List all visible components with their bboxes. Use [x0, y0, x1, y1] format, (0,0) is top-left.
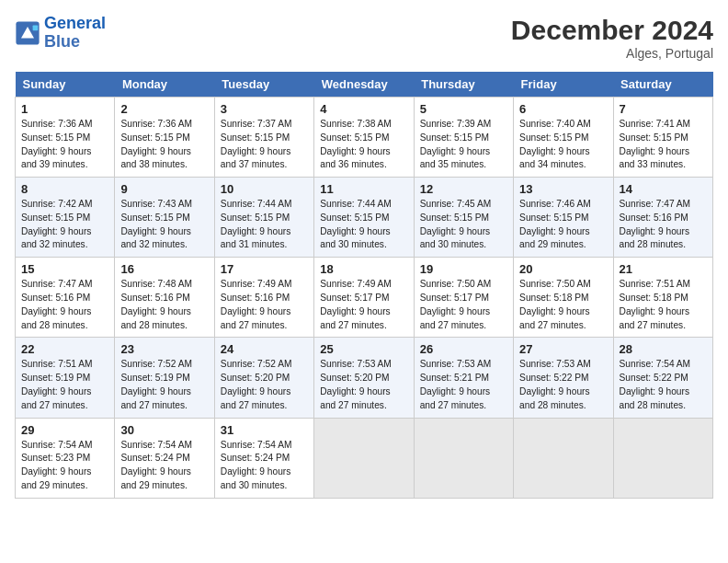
calendar-cell: 28Sunrise: 7:54 AM Sunset: 5:22 PM Dayli… — [613, 338, 712, 418]
day-info: Sunrise: 7:51 AM Sunset: 5:18 PM Dayligh… — [620, 278, 707, 332]
title-block: December 2024 Alges, Portugal — [511, 15, 713, 61]
calendar-cell: 11Sunrise: 7:44 AM Sunset: 5:15 PM Dayli… — [314, 178, 414, 258]
calendar-cell: 19Sunrise: 7:50 AM Sunset: 5:17 PM Dayli… — [414, 258, 513, 338]
day-number: 6 — [519, 102, 607, 116]
day-info: Sunrise: 7:49 AM Sunset: 5:16 PM Dayligh… — [221, 278, 308, 332]
calendar-cell: 31Sunrise: 7:54 AM Sunset: 5:24 PM Dayli… — [214, 418, 313, 498]
day-info: Sunrise: 7:46 AM Sunset: 5:15 PM Dayligh… — [519, 198, 607, 252]
calendar-cell: 21Sunrise: 7:51 AM Sunset: 5:18 PM Dayli… — [613, 258, 712, 338]
day-info: Sunrise: 7:39 AM Sunset: 5:15 PM Dayligh… — [420, 118, 507, 172]
day-number: 31 — [221, 423, 308, 437]
day-info: Sunrise: 7:54 AM Sunset: 5:23 PM Dayligh… — [21, 439, 108, 493]
calendar-cell: 2Sunrise: 7:36 AM Sunset: 5:15 PM Daylig… — [115, 98, 214, 178]
calendar-cell: 27Sunrise: 7:53 AM Sunset: 5:22 PM Dayli… — [514, 338, 613, 418]
calendar-cell: 12Sunrise: 7:45 AM Sunset: 5:15 PM Dayli… — [414, 178, 513, 258]
day-info: Sunrise: 7:38 AM Sunset: 5:15 PM Dayligh… — [320, 118, 407, 172]
calendar-cell: 18Sunrise: 7:49 AM Sunset: 5:17 PM Dayli… — [314, 258, 414, 338]
day-number: 11 — [320, 182, 407, 196]
day-number: 22 — [21, 342, 108, 356]
day-number: 14 — [620, 182, 707, 196]
day-info: Sunrise: 7:47 AM Sunset: 5:16 PM Dayligh… — [21, 278, 108, 332]
day-number: 4 — [320, 102, 407, 116]
day-number: 1 — [21, 102, 108, 116]
day-info: Sunrise: 7:40 AM Sunset: 5:15 PM Dayligh… — [519, 118, 607, 172]
day-number: 7 — [620, 102, 707, 116]
calendar-cell: 3Sunrise: 7:37 AM Sunset: 5:15 PM Daylig… — [214, 98, 313, 178]
calendar-cell: 15Sunrise: 7:47 AM Sunset: 5:16 PM Dayli… — [16, 258, 115, 338]
day-number: 13 — [519, 182, 607, 196]
day-info: Sunrise: 7:41 AM Sunset: 5:15 PM Dayligh… — [620, 118, 707, 172]
calendar-cell — [414, 418, 513, 498]
day-number: 10 — [221, 182, 308, 196]
day-info: Sunrise: 7:53 AM Sunset: 5:21 PM Dayligh… — [420, 358, 507, 412]
month-title: December 2024 — [511, 15, 713, 46]
calendar-cell: 14Sunrise: 7:47 AM Sunset: 5:16 PM Dayli… — [613, 178, 712, 258]
day-number: 27 — [519, 342, 607, 356]
calendar-cell: 17Sunrise: 7:49 AM Sunset: 5:16 PM Dayli… — [214, 258, 313, 338]
logo-text: General Blue — [44, 15, 106, 52]
col-header-thursday: Thursday — [414, 72, 513, 98]
calendar-cell: 9Sunrise: 7:43 AM Sunset: 5:15 PM Daylig… — [115, 178, 214, 258]
day-number: 30 — [120, 423, 208, 437]
day-number: 2 — [120, 102, 208, 116]
day-number: 20 — [519, 262, 607, 276]
day-number: 25 — [320, 342, 407, 356]
day-info: Sunrise: 7:36 AM Sunset: 5:15 PM Dayligh… — [21, 118, 108, 172]
day-info: Sunrise: 7:52 AM Sunset: 5:20 PM Dayligh… — [221, 358, 308, 412]
logo-icon — [15, 20, 40, 46]
day-info: Sunrise: 7:54 AM Sunset: 5:22 PM Dayligh… — [620, 358, 707, 412]
calendar-cell: 22Sunrise: 7:51 AM Sunset: 5:19 PM Dayli… — [16, 338, 115, 418]
day-info: Sunrise: 7:54 AM Sunset: 5:24 PM Dayligh… — [221, 439, 308, 493]
calendar-cell: 24Sunrise: 7:52 AM Sunset: 5:20 PM Dayli… — [214, 338, 313, 418]
col-header-tuesday: Tuesday — [214, 72, 313, 98]
calendar-cell: 25Sunrise: 7:53 AM Sunset: 5:20 PM Dayli… — [314, 338, 414, 418]
day-info: Sunrise: 7:50 AM Sunset: 5:18 PM Dayligh… — [519, 278, 607, 332]
day-number: 15 — [21, 262, 108, 276]
day-info: Sunrise: 7:43 AM Sunset: 5:15 PM Dayligh… — [120, 198, 208, 252]
day-info: Sunrise: 7:54 AM Sunset: 5:24 PM Dayligh… — [120, 439, 208, 493]
day-info: Sunrise: 7:53 AM Sunset: 5:22 PM Dayligh… — [519, 358, 607, 412]
day-number: 16 — [120, 262, 208, 276]
calendar-table: SundayMondayTuesdayWednesdayThursdayFrid… — [15, 72, 713, 499]
day-info: Sunrise: 7:48 AM Sunset: 5:16 PM Dayligh… — [120, 278, 208, 332]
calendar-cell — [314, 418, 414, 498]
calendar-cell: 6Sunrise: 7:40 AM Sunset: 5:15 PM Daylig… — [514, 98, 613, 178]
day-info: Sunrise: 7:44 AM Sunset: 5:15 PM Dayligh… — [320, 198, 407, 252]
calendar-cell: 20Sunrise: 7:50 AM Sunset: 5:18 PM Dayli… — [514, 258, 613, 338]
day-number: 26 — [420, 342, 507, 356]
day-info: Sunrise: 7:53 AM Sunset: 5:20 PM Dayligh… — [320, 358, 407, 412]
day-number: 17 — [221, 262, 308, 276]
day-info: Sunrise: 7:52 AM Sunset: 5:19 PM Dayligh… — [120, 358, 208, 412]
calendar-cell: 16Sunrise: 7:48 AM Sunset: 5:16 PM Dayli… — [115, 258, 214, 338]
day-number: 28 — [620, 342, 707, 356]
day-info: Sunrise: 7:47 AM Sunset: 5:16 PM Dayligh… — [620, 198, 707, 252]
day-number: 24 — [221, 342, 308, 356]
calendar-cell: 7Sunrise: 7:41 AM Sunset: 5:15 PM Daylig… — [613, 98, 712, 178]
day-info: Sunrise: 7:37 AM Sunset: 5:15 PM Dayligh… — [221, 118, 308, 172]
calendar-cell: 5Sunrise: 7:39 AM Sunset: 5:15 PM Daylig… — [414, 98, 513, 178]
day-number: 5 — [420, 102, 507, 116]
calendar-cell: 8Sunrise: 7:42 AM Sunset: 5:15 PM Daylig… — [16, 178, 115, 258]
col-header-sunday: Sunday — [16, 72, 115, 98]
calendar-cell: 13Sunrise: 7:46 AM Sunset: 5:15 PM Dayli… — [514, 178, 613, 258]
col-header-monday: Monday — [115, 72, 214, 98]
calendar-cell: 29Sunrise: 7:54 AM Sunset: 5:23 PM Dayli… — [16, 418, 115, 498]
day-info: Sunrise: 7:50 AM Sunset: 5:17 PM Dayligh… — [420, 278, 507, 332]
page-header: General Blue December 2024 Alges, Portug… — [15, 15, 713, 61]
col-header-saturday: Saturday — [613, 72, 712, 98]
day-number: 12 — [420, 182, 507, 196]
logo: General Blue — [15, 15, 106, 52]
day-number: 29 — [21, 423, 108, 437]
day-number: 21 — [620, 262, 707, 276]
day-number: 3 — [221, 102, 308, 116]
day-info: Sunrise: 7:44 AM Sunset: 5:15 PM Dayligh… — [221, 198, 308, 252]
day-info: Sunrise: 7:45 AM Sunset: 5:15 PM Dayligh… — [420, 198, 507, 252]
day-number: 18 — [320, 262, 407, 276]
calendar-cell: 26Sunrise: 7:53 AM Sunset: 5:21 PM Dayli… — [414, 338, 513, 418]
col-header-wednesday: Wednesday — [314, 72, 414, 98]
col-header-friday: Friday — [514, 72, 613, 98]
location: Alges, Portugal — [511, 46, 713, 61]
day-info: Sunrise: 7:42 AM Sunset: 5:15 PM Dayligh… — [21, 198, 108, 252]
day-number: 8 — [21, 182, 108, 196]
day-number: 19 — [420, 262, 507, 276]
